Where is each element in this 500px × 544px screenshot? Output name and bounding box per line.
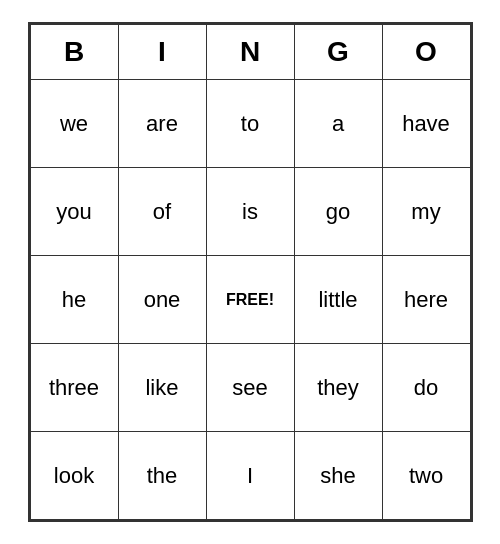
table-cell: we <box>30 80 118 168</box>
table-cell: they <box>294 344 382 432</box>
header-G: G <box>294 25 382 80</box>
table-cell: two <box>382 432 470 520</box>
header-O: O <box>382 25 470 80</box>
table-cell: here <box>382 256 470 344</box>
table-cell: is <box>206 168 294 256</box>
table-cell: she <box>294 432 382 520</box>
table-cell: the <box>118 432 206 520</box>
header-N: N <box>206 25 294 80</box>
table-cell: he <box>30 256 118 344</box>
table-cell: have <box>382 80 470 168</box>
header-row: B I N G O <box>30 25 470 80</box>
header-I: I <box>118 25 206 80</box>
table-cell: FREE! <box>206 256 294 344</box>
table-row: youofisgomy <box>30 168 470 256</box>
table-cell: my <box>382 168 470 256</box>
table-cell: three <box>30 344 118 432</box>
table-cell: to <box>206 80 294 168</box>
table-cell: go <box>294 168 382 256</box>
table-row: threelikeseetheydo <box>30 344 470 432</box>
table-row: heoneFREE!littlehere <box>30 256 470 344</box>
bingo-body: wearetoahaveyouofisgomyheoneFREE!littleh… <box>30 80 470 520</box>
table-cell: do <box>382 344 470 432</box>
table-cell: I <box>206 432 294 520</box>
table-cell: are <box>118 80 206 168</box>
table-cell: a <box>294 80 382 168</box>
table-cell: of <box>118 168 206 256</box>
bingo-card: B I N G O wearetoahaveyouofisgomyheoneFR… <box>28 22 473 522</box>
bingo-table: B I N G O wearetoahaveyouofisgomyheoneFR… <box>30 24 471 520</box>
table-cell: little <box>294 256 382 344</box>
table-cell: one <box>118 256 206 344</box>
table-cell: look <box>30 432 118 520</box>
table-row: wearetoahave <box>30 80 470 168</box>
header-B: B <box>30 25 118 80</box>
table-cell: like <box>118 344 206 432</box>
table-cell: you <box>30 168 118 256</box>
table-cell: see <box>206 344 294 432</box>
table-row: looktheIshetwo <box>30 432 470 520</box>
